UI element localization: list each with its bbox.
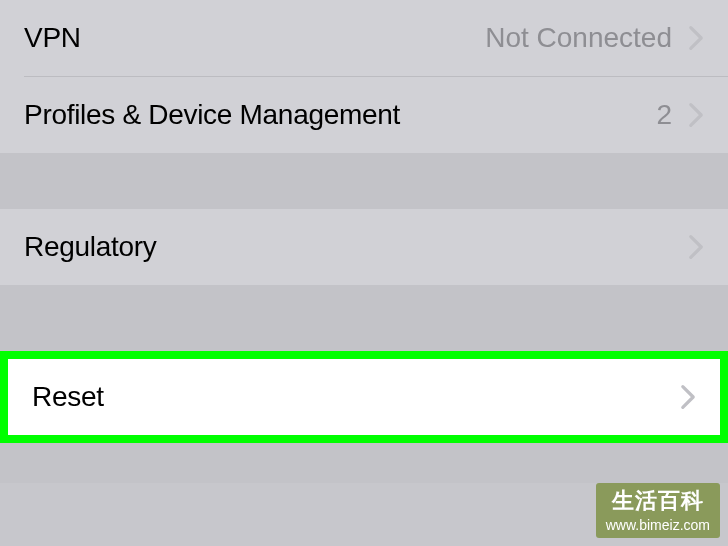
profiles-row[interactable]: Profiles & Device Management 2 bbox=[0, 77, 728, 153]
section-gap bbox=[0, 443, 728, 483]
vpn-value: Not Connected bbox=[485, 22, 672, 54]
highlighted-reset-row: Reset bbox=[0, 351, 728, 443]
reset-row[interactable]: Reset bbox=[8, 359, 720, 435]
vpn-row[interactable]: VPN Not Connected bbox=[0, 0, 728, 76]
regulatory-row[interactable]: Regulatory bbox=[0, 209, 728, 285]
section-gap bbox=[0, 153, 728, 209]
reset-label: Reset bbox=[32, 381, 680, 413]
watermark-badge: 生活百科 www.bimeiz.com bbox=[596, 483, 720, 538]
chevron-right-icon bbox=[688, 25, 704, 51]
vpn-label: VPN bbox=[24, 22, 485, 54]
settings-section-2: Regulatory bbox=[0, 209, 728, 285]
section-gap bbox=[0, 285, 728, 351]
regulatory-label: Regulatory bbox=[24, 231, 688, 263]
watermark-text: 生活百科 bbox=[606, 487, 710, 516]
chevron-right-icon bbox=[680, 384, 696, 410]
chevron-right-icon bbox=[688, 102, 704, 128]
chevron-right-icon bbox=[688, 234, 704, 260]
profiles-value: 2 bbox=[656, 99, 672, 131]
watermark-url: www.bimeiz.com bbox=[606, 516, 710, 534]
profiles-label: Profiles & Device Management bbox=[24, 99, 656, 131]
settings-section-1: VPN Not Connected Profiles & Device Mana… bbox=[0, 0, 728, 153]
